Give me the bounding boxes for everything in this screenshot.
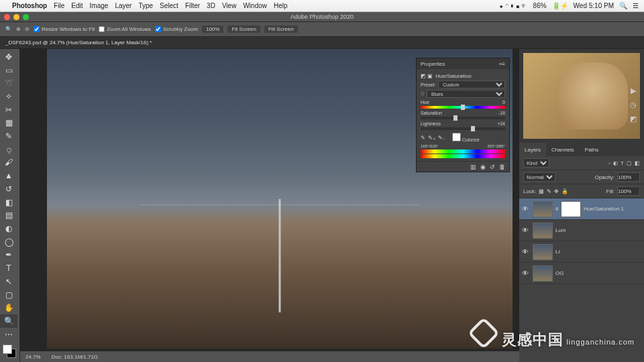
- zoom-100-button[interactable]: 100%: [202, 25, 223, 33]
- trash-icon[interactable]: 🗑: [499, 164, 505, 170]
- healing-tool[interactable]: ⍜: [0, 143, 17, 156]
- lightness-slider[interactable]: Lightness+24: [421, 121, 505, 130]
- lock-position-icon[interactable]: ✥: [554, 188, 559, 194]
- menu-help[interactable]: Help: [274, 2, 288, 9]
- resize-windows-checkbox[interactable]: Resize Windows to Fit: [34, 26, 95, 32]
- scrubby-zoom-checkbox[interactable]: Scrubby Zoom: [155, 26, 198, 32]
- shape-tool[interactable]: ▢: [0, 288, 17, 302]
- layer-row[interactable]: 👁𝟠Hue/Saturation 1: [519, 198, 644, 220]
- zoom-level[interactable]: 24.7%: [25, 354, 41, 360]
- play-icon[interactable]: ▶: [631, 86, 636, 95]
- layer-name[interactable]: OG: [555, 270, 564, 276]
- lock-pixels-icon[interactable]: ✎: [547, 188, 551, 194]
- tab-channels[interactable]: Channels: [546, 143, 580, 156]
- layer-row[interactable]: 👁Lr: [519, 241, 644, 263]
- visibility-icon[interactable]: 👁: [522, 205, 530, 213]
- spotlight-icon[interactable]: 🔍: [619, 2, 627, 9]
- marquee-tool[interactable]: ▭: [0, 64, 17, 77]
- eyedropper-tool[interactable]: ✎: [0, 129, 17, 143]
- more-tools[interactable]: ⋯: [0, 328, 17, 341]
- filter-pixel-icon[interactable]: ▫: [608, 160, 610, 166]
- menu-image[interactable]: Image: [90, 2, 109, 9]
- eraser-tool[interactable]: ◧: [0, 196, 17, 209]
- color-range-slider-2[interactable]: [421, 154, 505, 158]
- filter-smart-icon[interactable]: ◧: [635, 160, 640, 166]
- close-icon[interactable]: [4, 14, 10, 20]
- filter-adj-icon[interactable]: ◐: [613, 160, 618, 166]
- layer-row[interactable]: 👁Lum: [519, 220, 644, 241]
- foreground-color[interactable]: [3, 345, 12, 354]
- wand-tool[interactable]: ✧: [0, 90, 17, 103]
- lock-all-icon[interactable]: 🔒: [561, 188, 568, 194]
- type-tool[interactable]: T: [0, 261, 17, 275]
- clock-icon[interactable]: ◷: [630, 101, 637, 109]
- app-menu[interactable]: Photoshop: [12, 2, 47, 9]
- menu-type[interactable]: Type: [138, 2, 153, 9]
- visibility-icon[interactable]: 👁: [522, 248, 530, 255]
- notif-icon[interactable]: ☰: [633, 2, 639, 9]
- minimize-icon[interactable]: [13, 14, 19, 20]
- gradient-tool[interactable]: ▤: [0, 208, 17, 222]
- brush-tool[interactable]: 🖌: [0, 156, 17, 170]
- window-controls[interactable]: [4, 14, 29, 20]
- zoom-out-icon[interactable]: ⊖: [25, 26, 30, 32]
- panel-menu-icon[interactable]: »≡: [499, 61, 505, 67]
- menu-select[interactable]: Select: [160, 2, 178, 9]
- filter-type-icon[interactable]: T: [621, 160, 624, 166]
- pen-tool[interactable]: ✒: [0, 249, 17, 262]
- color-range-slider[interactable]: [421, 149, 505, 154]
- menu-layer[interactable]: Layer: [115, 2, 131, 9]
- layer-thumb[interactable]: [533, 223, 553, 239]
- zoom-in-icon[interactable]: ⊕: [16, 26, 21, 32]
- document-tab[interactable]: _DSF6243.psd @ 24.7% (Hue/Saturation 1, …: [0, 37, 644, 49]
- eyedropper-icon[interactable]: ✎: [421, 135, 425, 141]
- menu-view[interactable]: View: [222, 2, 237, 9]
- history-brush-tool[interactable]: ↺: [0, 182, 17, 196]
- visibility-icon[interactable]: 👁: [522, 227, 530, 234]
- mask-thumb[interactable]: [561, 201, 581, 217]
- zoom-all-checkbox[interactable]: Zoom All Windows: [99, 26, 151, 32]
- channel-select[interactable]: Blues: [427, 90, 505, 98]
- tab-layers[interactable]: Layers: [519, 143, 546, 156]
- zoom-tool[interactable]: 🔍: [0, 314, 17, 328]
- filter-shape-icon[interactable]: ▢: [627, 160, 632, 166]
- frame-tool[interactable]: ▦: [0, 117, 17, 130]
- saturation-slider[interactable]: Saturation-18: [421, 111, 505, 119]
- preset-select[interactable]: Custom: [438, 80, 505, 88]
- layer-name[interactable]: Lum: [555, 227, 566, 233]
- menu-filter[interactable]: Filter: [185, 2, 200, 9]
- menu-3d[interactable]: 3D: [207, 2, 215, 9]
- layer-name[interactable]: Lr: [555, 249, 560, 255]
- layer-row[interactable]: 👁OG: [519, 263, 644, 284]
- visibility-icon[interactable]: 👁: [522, 269, 530, 277]
- hue-slider[interactable]: Hue0: [421, 100, 505, 109]
- zoom-tool-icon[interactable]: 🔍: [5, 26, 12, 32]
- path-tool[interactable]: ↖: [0, 275, 17, 288]
- filter-kind[interactable]: Kind: [523, 158, 549, 168]
- lock-transparent-icon[interactable]: ▦: [539, 188, 544, 194]
- menu-file[interactable]: File: [54, 2, 64, 9]
- view-prev-icon[interactable]: ◉: [480, 164, 486, 170]
- layer-thumb[interactable]: [533, 201, 553, 217]
- stamp-tool[interactable]: ▲: [0, 169, 17, 182]
- layer-thumb[interactable]: [533, 265, 553, 282]
- maximize-icon[interactable]: [23, 14, 29, 20]
- crop-tool[interactable]: ✂: [0, 103, 17, 117]
- clip-icon[interactable]: ▥: [470, 164, 476, 170]
- colorize-checkbox[interactable]: Colorize: [452, 133, 480, 142]
- tab-paths[interactable]: Paths: [580, 143, 604, 156]
- menu-window[interactable]: Window: [243, 2, 267, 9]
- eyedropper-plus-icon[interactable]: ✎₊: [428, 135, 435, 141]
- fill-input[interactable]: [617, 186, 640, 196]
- layer-name[interactable]: Hue/Saturation 1: [584, 206, 624, 212]
- fill-screen-button[interactable]: Fill Screen: [264, 25, 298, 33]
- blur-tool[interactable]: ◐: [0, 222, 17, 235]
- color-swatches[interactable]: [3, 345, 16, 358]
- menu-edit[interactable]: Edit: [71, 2, 83, 9]
- reset-icon[interactable]: ↺: [490, 164, 495, 170]
- eyedropper-minus-icon[interactable]: ✎₋: [438, 135, 445, 141]
- dodge-tool[interactable]: ◯: [0, 235, 17, 249]
- lasso-tool[interactable]: ➰: [0, 76, 17, 90]
- adjustments-icon[interactable]: ◩: [630, 115, 637, 123]
- hand-tool[interactable]: ✋: [0, 301, 17, 314]
